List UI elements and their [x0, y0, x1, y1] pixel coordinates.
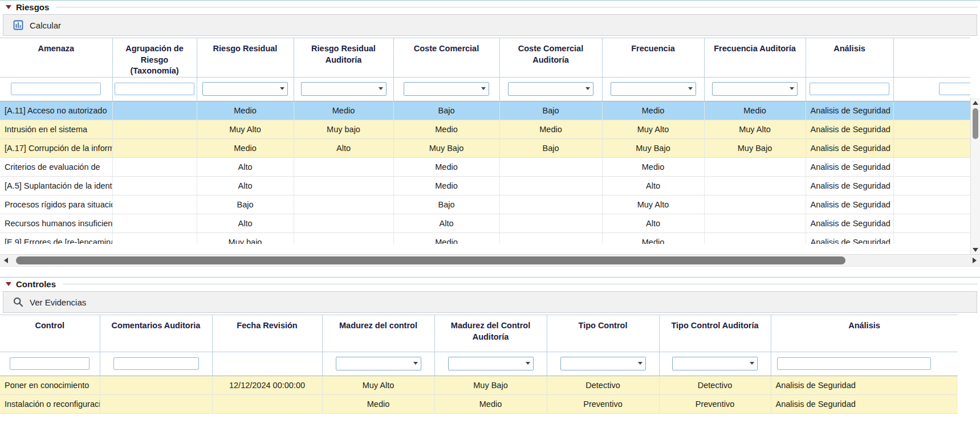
filter-select[interactable]	[301, 82, 387, 96]
table-cell[interactable]: Muy Bajo	[434, 376, 547, 394]
column-header[interactable]: Frecuencia Auditoría	[704, 38, 806, 77]
filter-input[interactable]	[810, 83, 889, 95]
table-cell[interactable]: Alto	[294, 138, 393, 157]
table-cell[interactable]	[499, 195, 602, 214]
column-header[interactable]: Tipo Control	[547, 315, 659, 352]
table-cell[interactable]: Bajo	[197, 195, 294, 214]
table-cell[interactable]	[704, 176, 806, 195]
table-cell[interactable]	[893, 214, 970, 233]
filter-select[interactable]	[611, 82, 696, 96]
filter-select-control[interactable]	[672, 357, 758, 370]
table-cell[interactable]	[499, 214, 602, 233]
table-cell[interactable]	[893, 195, 970, 214]
controles-group-header[interactable]: Controles	[0, 278, 980, 291]
filter-select[interactable]	[336, 357, 421, 370]
table-cell[interactable]: Alto	[602, 176, 704, 195]
filter-select-control[interactable]	[301, 82, 387, 96]
column-header[interactable]: Frecuencia	[602, 38, 704, 77]
column-header[interactable]: Análisis	[771, 315, 958, 352]
table-cell[interactable]: [E.9] Errores de [re-]encaminamiento	[0, 233, 112, 244]
table-cell[interactable]: Analisis de Seguridad	[806, 214, 893, 233]
filter-select[interactable]	[448, 357, 534, 370]
table-cell[interactable]: Muy Alto	[197, 120, 294, 138]
table-cell[interactable]: Medio	[499, 120, 602, 138]
filter-select[interactable]	[404, 82, 489, 96]
table-cell[interactable]: Medio	[393, 176, 499, 195]
table-cell[interactable]	[893, 120, 970, 138]
table-cell[interactable]: Criterios de evaluación de	[0, 157, 112, 176]
calcular-button[interactable]: Calcular	[10, 18, 63, 32]
column-header[interactable]: Amenaza	[0, 38, 112, 77]
filter-input[interactable]	[115, 83, 194, 95]
table-row[interactable]: Procesos rígidos para situacionesBajoBaj…	[0, 195, 970, 214]
table-cell[interactable]	[100, 376, 212, 394]
table-cell[interactable]: Analisis de Seguridad	[806, 195, 893, 214]
table-cell[interactable]: Alto	[602, 214, 704, 233]
table-row[interactable]: Instalación o reconfiguraciónMedioMedioP…	[0, 394, 958, 413]
table-cell[interactable]	[112, 157, 197, 176]
table-cell[interactable]: Muy Bajo	[393, 138, 499, 157]
table-cell[interactable]: Bajo	[393, 101, 499, 120]
column-header[interactable]: Análisis	[806, 38, 893, 77]
table-cell[interactable]: Bajo	[393, 195, 499, 214]
table-cell[interactable]: Analisis de Seguridad	[806, 138, 893, 157]
filter-select-control[interactable]	[560, 357, 646, 370]
scroll-up-button[interactable]	[971, 98, 980, 107]
table-cell[interactable]: Muy bajo	[294, 120, 393, 138]
table-cell[interactable]	[212, 394, 322, 413]
table-cell[interactable]	[704, 195, 806, 214]
table-row[interactable]: Poner en conocimiento12/12/2024 00:00:00…	[0, 376, 958, 394]
table-cell[interactable]: [A.11] Acceso no autorizado	[0, 101, 112, 120]
filter-input[interactable]	[777, 357, 931, 370]
table-cell[interactable]	[100, 394, 212, 413]
table-cell[interactable]: Recursos humanos insuficientes	[0, 214, 112, 233]
table-cell[interactable]: Muy bajo	[197, 233, 294, 244]
table-cell[interactable]: Medio	[434, 394, 547, 413]
table-cell[interactable]: 12/12/2024 00:00:00	[212, 376, 322, 394]
filter-select-control[interactable]	[448, 357, 534, 370]
table-cell[interactable]: Alto	[197, 157, 294, 176]
table-cell[interactable]: Detectivo	[659, 376, 771, 394]
table-cell[interactable]: Medio	[294, 101, 393, 120]
table-cell[interactable]: Muy Bajo	[602, 138, 704, 157]
table-cell[interactable]	[499, 157, 602, 176]
table-row[interactable]: [A.5] Suplantación de la identidadAltoMe…	[0, 176, 970, 195]
table-cell[interactable]	[893, 157, 970, 176]
filter-select[interactable]	[508, 82, 593, 96]
filter-select[interactable]	[672, 357, 758, 370]
table-cell[interactable]: [A.17] Corrupción de la información	[0, 138, 112, 157]
filter-select-control[interactable]	[611, 82, 696, 96]
scroll-left-button[interactable]	[0, 255, 11, 266]
table-row[interactable]: Intrusión en el sistemaMuy AltoMuy bajoM…	[0, 120, 970, 138]
table-row[interactable]: [A.17] Corrupción de la informaciónMedio…	[0, 138, 970, 157]
table-cell[interactable]: Medio	[602, 101, 704, 120]
column-header[interactable]: Agrupación de Riesgo (Taxonomía)	[112, 38, 197, 77]
table-row[interactable]: [A.11] Acceso no autorizadoMedioMedioBaj…	[0, 101, 970, 120]
vertical-scrollbar[interactable]	[970, 98, 980, 254]
vertical-scroll-track[interactable]	[971, 107, 980, 245]
table-row[interactable]: [E.9] Errores de [re-]encaminamientoMuy …	[0, 233, 970, 244]
table-cell[interactable]	[112, 120, 197, 138]
column-header[interactable]: Fecha Revisión	[212, 315, 322, 352]
table-cell[interactable]	[704, 214, 806, 233]
riesgos-group-header[interactable]: Riesgos	[0, 1, 980, 14]
table-cell[interactable]: Intrusión en el sistema	[0, 120, 112, 138]
table-cell[interactable]: Analisis de Seguridad	[771, 376, 958, 394]
scroll-right-button[interactable]	[969, 255, 980, 266]
table-cell[interactable]: Medio	[393, 120, 499, 138]
table-cell[interactable]	[112, 176, 197, 195]
filter-select[interactable]	[560, 357, 646, 370]
table-cell[interactable]: Medio	[197, 138, 294, 157]
table-cell[interactable]	[704, 233, 806, 244]
table-cell[interactable]: Preventivo	[659, 394, 771, 413]
column-header[interactable]: Comentarios Auditoria	[100, 315, 212, 352]
column-header[interactable]: Coste Comercial	[393, 38, 499, 77]
column-header[interactable]: Riesgo Residual Auditoría	[294, 38, 393, 77]
filter-select-control[interactable]	[404, 82, 489, 96]
table-cell[interactable]: Analisis de Seguridad	[771, 394, 958, 413]
table-cell[interactable]: Muy Bajo	[704, 138, 806, 157]
table-cell[interactable]	[112, 233, 197, 244]
vertical-scroll-thumb[interactable]	[973, 108, 978, 139]
table-cell[interactable]: Analisis de Seguridad	[806, 176, 893, 195]
table-cell[interactable]: Analisis de Seguridad	[806, 233, 893, 244]
